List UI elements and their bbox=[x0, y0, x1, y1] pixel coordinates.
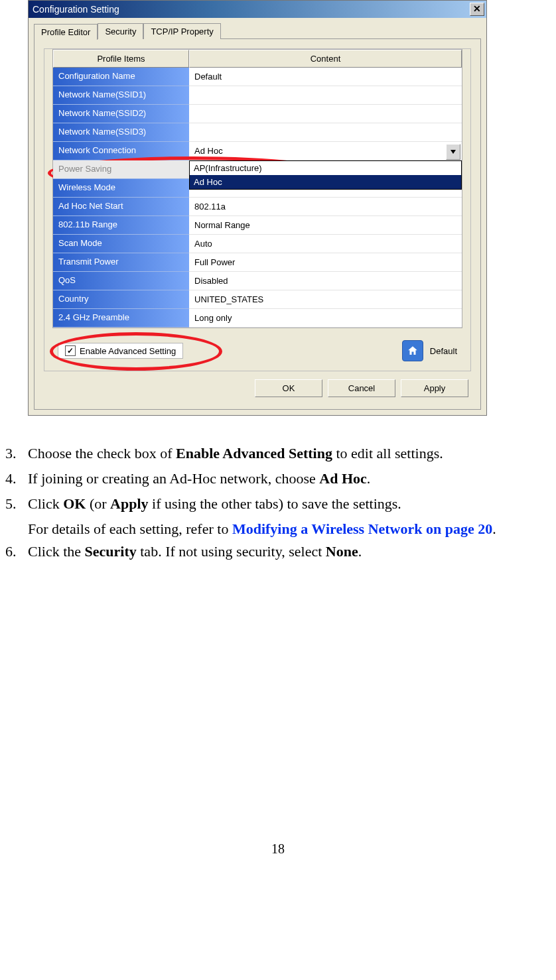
dropdown-item[interactable]: Ad Hoc bbox=[190, 175, 461, 189]
row-value[interactable] bbox=[189, 123, 462, 142]
instruction-4: 4. If joining or creating an Ad-Hoc netw… bbox=[3, 467, 553, 490]
titlebar: Configuration Setting ✕ bbox=[29, 1, 486, 18]
row-label: Network Name(SSID3) bbox=[53, 123, 189, 142]
tab-panel: Profile Items Content Configuration Name… bbox=[34, 38, 481, 410]
svg-marker-0 bbox=[451, 150, 456, 154]
row-label: Configuration Name bbox=[53, 68, 189, 86]
dropdown-item[interactable]: AP(Infrastructure) bbox=[190, 161, 461, 175]
row-label: Scan Mode bbox=[53, 235, 189, 253]
row-label: Power Saving bbox=[53, 160, 189, 179]
row-label: Ad Hoc Net Start bbox=[53, 198, 189, 216]
row-value[interactable]: Auto bbox=[189, 235, 462, 253]
instruction-5b: For details of each setting, refer to Mo… bbox=[28, 518, 553, 540]
instruction-5: 5. Click OK (or Apply if using the other… bbox=[3, 493, 553, 515]
instruction-6: 6. Click the Security tab. If not using … bbox=[3, 540, 553, 563]
enable-advanced-checkbox[interactable]: ✓ Enable Advanced Setting bbox=[58, 343, 183, 359]
table-row: Configuration NameDefault bbox=[53, 68, 462, 86]
header-content: Content bbox=[189, 50, 462, 68]
row-value[interactable]: Normal Range bbox=[189, 216, 462, 235]
row-value[interactable] bbox=[189, 105, 462, 123]
row-label: 2.4 GHz Preamble bbox=[53, 309, 189, 328]
header-profile-items: Profile Items bbox=[53, 50, 189, 68]
table-row: Network Name(SSID3) bbox=[53, 123, 462, 142]
row-label: Network Connection bbox=[53, 142, 189, 160]
link-modifying-wireless[interactable]: Modifying a Wireless Network on page 20 bbox=[232, 521, 492, 537]
instructions: 3. Choose the check box of Enable Advanc… bbox=[3, 442, 553, 563]
page-number: 18 bbox=[0, 841, 556, 857]
table-row: Network Name(SSID2) bbox=[53, 105, 462, 123]
table-row: 2.4 GHz PreambleLong only bbox=[53, 309, 462, 328]
dropdown-list: AP(Infrastructure)Ad Hoc bbox=[189, 160, 462, 190]
row-value[interactable]: Long only bbox=[189, 309, 462, 328]
row-label: QoS bbox=[53, 272, 189, 290]
row-value[interactable] bbox=[189, 86, 462, 105]
row-value[interactable]: UNITED_STATES bbox=[189, 290, 462, 309]
row-label: Network Name(SSID2) bbox=[53, 105, 189, 123]
tabstrip: Profile Editor Security TCP/IP Property bbox=[34, 23, 481, 39]
table-row: QoSDisabled bbox=[53, 272, 462, 290]
dropdown-icon[interactable] bbox=[446, 144, 460, 160]
row-value[interactable]: Full Power bbox=[189, 253, 462, 272]
row-label: 802.11b Range bbox=[53, 216, 189, 235]
checkbox-label: Enable Advanced Setting bbox=[80, 346, 176, 356]
cancel-button[interactable]: Cancel bbox=[328, 379, 395, 397]
row-label: Wireless Mode bbox=[53, 179, 189, 198]
row-value[interactable]: Ad Hoc bbox=[189, 142, 462, 160]
tab-security[interactable]: Security bbox=[98, 23, 143, 39]
table-row: CountryUNITED_STATES bbox=[53, 290, 462, 309]
window-title: Configuration Setting bbox=[33, 4, 119, 15]
tab-profile-editor[interactable]: Profile Editor bbox=[34, 24, 98, 40]
instruction-3: 3. Choose the check box of Enable Advanc… bbox=[3, 442, 553, 465]
row-label: Transmit Power bbox=[53, 253, 189, 272]
row-label: Network Name(SSID1) bbox=[53, 86, 189, 105]
configuration-setting-dialog: Configuration Setting ✕ Profile Editor S… bbox=[28, 0, 487, 416]
row-label: Country bbox=[53, 290, 189, 309]
table-row: Network ConnectionAd HocAP(Infrastructur… bbox=[53, 142, 462, 160]
row-value[interactable]: Disabled bbox=[189, 272, 462, 290]
apply-button[interactable]: Apply bbox=[401, 379, 468, 397]
table-row: Network Name(SSID1) bbox=[53, 86, 462, 105]
table-header: Profile Items Content bbox=[53, 50, 462, 68]
table-row: Transmit PowerFull Power bbox=[53, 253, 462, 272]
row-value[interactable]: Default bbox=[189, 68, 462, 86]
table-row: 802.11b RangeNormal Range bbox=[53, 216, 462, 235]
ok-button[interactable]: OK bbox=[255, 379, 322, 397]
default-label: Default bbox=[430, 346, 457, 356]
row-value[interactable]: 802.11a bbox=[189, 198, 462, 216]
inner-panel: Profile Items Content Configuration Name… bbox=[44, 48, 471, 371]
table-row: Ad Hoc Net Start802.11a bbox=[53, 198, 462, 216]
settings-table: Profile Items Content Configuration Name… bbox=[52, 49, 462, 328]
home-icon[interactable] bbox=[402, 340, 423, 361]
close-icon[interactable]: ✕ bbox=[470, 3, 484, 16]
tab-tcpip[interactable]: TCP/IP Property bbox=[143, 23, 220, 39]
table-row: Scan ModeAuto bbox=[53, 235, 462, 253]
checkbox-icon: ✓ bbox=[65, 345, 76, 356]
